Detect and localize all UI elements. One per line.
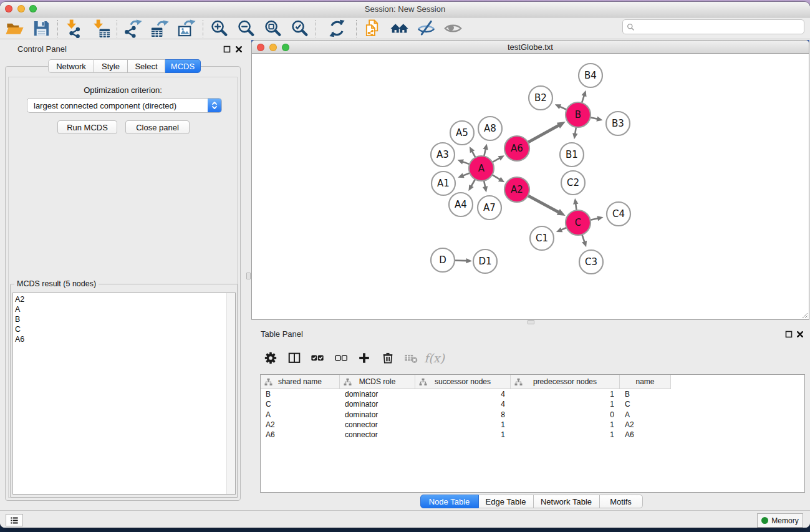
graph-node-label: A6 [511,143,523,154]
window-title: Session: New Session [0,4,810,14]
tab-node-table[interactable]: Node Table [420,495,479,508]
table-row[interactable]: A2connector11A2 [261,420,804,430]
select-all-button[interactable] [311,351,324,365]
table-row[interactable]: A6connector11A6 [261,430,804,440]
network-canvas[interactable]: B4B2BB3A5A8A6A3B1AC2A1A2A4A7C4CC1C3DD1 [252,54,809,319]
refresh-button[interactable] [326,18,347,39]
search-box [622,19,804,34]
close-panel-icon[interactable] [796,331,804,338]
result-item[interactable]: A [15,304,235,314]
table-row[interactable]: Adominator80A [261,410,804,420]
graph-arrowhead [573,198,578,205]
resize-grip-icon[interactable] [801,311,808,319]
tab-edge-table[interactable]: Edge Table [479,495,534,508]
hide-details-button[interactable] [415,18,436,39]
column-header-name[interactable]: name [620,375,671,389]
result-list-scrollbar[interactable] [226,293,235,494]
close-panel-button[interactable]: Close panel [125,120,190,134]
hide-details-icon [417,19,436,38]
table-panel: Table Panel f(x) shared nameMCDS rolesuc… [253,324,810,510]
graph-edge-A-A4[interactable] [471,179,476,187]
refresh-icon [327,19,347,38]
export-table-button[interactable] [149,18,170,39]
tab-select[interactable]: Select [128,59,165,73]
column-header-successor-nodes[interactable]: successor nodes [415,375,511,389]
zoom-in-button[interactable] [208,18,229,39]
graph-edge-D-D1[interactable] [454,261,468,261]
delete-row-button[interactable] [381,351,395,365]
browser-button[interactable] [388,18,410,39]
column-header-shared-name[interactable]: shared name [261,375,340,389]
tab-motifs[interactable]: Motifs [600,495,643,508]
graph-edge-C-C4[interactable] [590,218,599,220]
node-table: shared nameMCDS rolesuccessor nodesprede… [260,374,805,493]
task-history-button[interactable] [6,514,23,526]
graph-node-label: B2 [534,92,547,104]
table-row[interactable]: Bdominator41B [261,389,804,399]
zoom-out-button[interactable] [235,18,256,39]
memory-button[interactable]: Memory [757,513,803,528]
graph-edge-A-A6[interactable] [492,158,501,163]
graph-edge-A-A8[interactable] [484,148,486,157]
graph-edge-B-B4[interactable] [582,95,584,104]
import-table-icon [91,19,110,38]
float-panel-icon[interactable] [223,46,231,53]
tab-style[interactable]: Style [94,59,128,73]
result-item[interactable]: C [15,324,235,334]
export-network-button[interactable] [122,18,143,39]
table-body: Bdominator41BCdominator41CAdominator80AA… [261,389,804,492]
split-columns-button[interactable] [287,351,301,365]
graph-node-label: B1 [566,149,578,160]
graph-edge-B-B2[interactable] [559,106,567,110]
graph-node-label: A7 [483,202,496,213]
export-image-button[interactable] [176,18,197,39]
table-row[interactable]: Cdominator41C [261,399,804,409]
graph-edge-A-A3[interactable] [462,162,470,165]
tab-network-table[interactable]: Network Table [534,495,600,508]
mcds-result-list: A2ABCA6 [12,293,236,495]
delete-row-icon [381,351,395,365]
application-window: Session: New Session Control Panel Netwo… [0,2,810,528]
zoom-selected-button[interactable] [289,18,310,39]
tab-network[interactable]: Network [48,59,94,73]
gear-button[interactable] [264,351,277,365]
show-details-button[interactable] [442,18,463,39]
vertical-splitter-grip[interactable] [246,273,251,279]
graph-edge-B-B3[interactable] [590,117,599,119]
toolbar-separator [203,20,203,37]
open-session-button[interactable] [4,18,25,39]
graph-edge-A6-B[interactable] [528,125,560,142]
graph-edge-A-A1[interactable] [462,173,470,176]
search-input[interactable] [637,21,804,32]
tab-mcds[interactable]: MCDS [165,59,201,73]
run-mcds-button[interactable]: Run MCDS [57,120,117,134]
criterion-dropdown[interactable]: largest connected component (directed) [27,98,222,113]
duplicate-network-button[interactable] [362,18,383,39]
import-network-icon [64,19,84,38]
delete-table-button[interactable] [404,351,418,365]
fx-button[interactable]: f(x) [428,351,441,365]
zoom-fit-button[interactable] [262,18,283,39]
unselect-all-button[interactable] [334,351,348,365]
graph-edge-C-C3[interactable] [582,234,585,243]
graph-edge-A2-C[interactable] [528,195,559,213]
table-cell: A2 [261,420,340,430]
horizontal-splitter-grip[interactable] [528,320,534,324]
result-item[interactable]: A2 [15,294,235,304]
result-item[interactable]: A6 [15,334,235,344]
import-table-button[interactable] [90,18,111,39]
add-row-button[interactable] [357,351,371,365]
network-graph: B4B2BB3A5A8A6A3B1AC2A1A2A4A7C4CC1C3DD1 [252,54,809,320]
result-item[interactable]: B [15,314,235,324]
close-panel-icon[interactable] [235,46,243,53]
import-network-button[interactable] [63,18,84,39]
save-session-button[interactable] [31,18,52,39]
table-cell: dominator [340,389,415,399]
column-header-mcds-role[interactable]: MCDS role [340,375,415,389]
graph-edge-A-A2[interactable] [491,175,500,180]
browser-icon [390,19,409,38]
column-header-predecessor-nodes[interactable]: predecessor nodes [511,375,620,389]
save-session-icon [32,19,51,38]
float-panel-icon[interactable] [785,331,793,338]
toolbar-separator [356,20,357,37]
